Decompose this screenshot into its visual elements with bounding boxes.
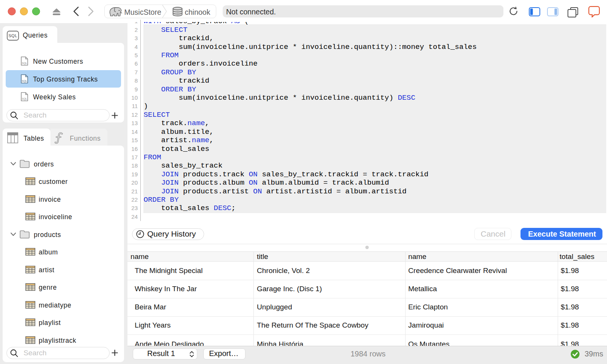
svg-text:SQL: SQL bbox=[22, 62, 27, 65]
svg-text:SQL: SQL bbox=[22, 97, 27, 100]
svg-text:SQL: SQL bbox=[22, 80, 27, 83]
svg-text:SQL: SQL bbox=[8, 33, 17, 38]
